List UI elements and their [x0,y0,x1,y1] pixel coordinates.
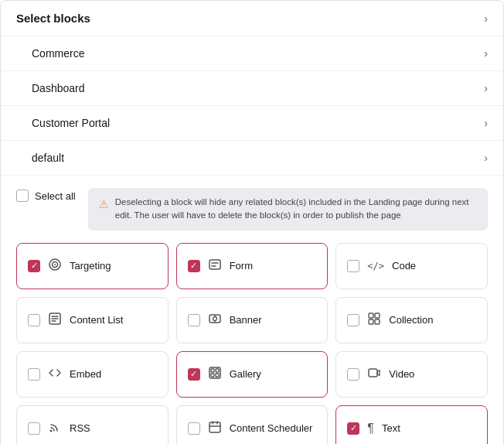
header-chevron-icon: › [484,12,488,25]
nav-item-commerce-label: Commerce [32,47,84,60]
nav-item-customer-portal-label: Customer Portal [32,117,110,129]
block-card-gallery[interactable]: Gallery [176,351,329,398]
block-card-video[interactable]: Video [335,351,488,398]
block-label-gallery: Gallery [230,368,261,380]
block-label-rss: RSS [70,422,90,434]
block-label-banner: Banner [230,314,262,326]
block-checkbox-collection[interactable] [347,314,359,326]
video-icon [367,366,381,383]
nav-item-dashboard-label: Dashboard [32,82,85,94]
block-checkbox-rss[interactable] [28,422,40,435]
form-icon [208,258,222,275]
gallery-icon [208,366,222,383]
block-label-video: Video [389,368,414,380]
content-list-icon [48,312,62,329]
svg-rect-7 [369,313,373,318]
svg-rect-15 [216,374,219,377]
block-card-targeting[interactable]: Targeting [16,243,169,289]
block-label-embed: Embed [70,368,101,380]
nav-chevron-icon: › [484,152,488,164]
select-all-label: Select all [35,190,76,202]
svg-rect-16 [369,369,377,377]
svg-rect-8 [375,313,380,318]
block-label-targeting: Targeting [70,260,111,272]
targeting-icon [48,258,62,275]
panel-header: Select blocks › [1,1,503,36]
block-card-embed[interactable]: Embed [16,351,169,398]
svg-point-2 [54,264,56,265]
panel-title: Select blocks [16,12,90,25]
block-label-form: Form [230,260,253,272]
block-checkbox-content-scheduler[interactable] [188,422,200,435]
content-scheduler-icon [208,420,222,437]
block-card-content-list[interactable]: Content List [16,297,169,343]
select-all-row: Select all [16,188,76,202]
select-blocks-panel: Select blocks › Commerce › Dashboard › C… [0,0,504,444]
block-checkbox-embed[interactable] [28,368,40,381]
svg-rect-13 [216,369,219,372]
svg-rect-3 [209,260,220,269]
block-checkbox-targeting[interactable] [28,260,40,272]
block-card-text[interactable]: ¶ Text [335,405,488,445]
nav-chevron-icon: › [484,117,488,129]
nav-item-commerce[interactable]: Commerce › [1,36,503,71]
block-label-content-list: Content List [70,314,123,326]
svg-rect-10 [375,319,380,324]
nav-chevron-icon: › [484,82,488,94]
nav-item-default[interactable]: default › [1,141,503,176]
block-card-collection[interactable]: Collection [335,297,488,343]
block-checkbox-form[interactable] [188,260,200,272]
block-card-content-scheduler[interactable]: Content Scheduler [176,405,329,445]
text-icon: ¶ [367,422,374,435]
collection-icon [367,312,381,329]
code-icon: </> [367,261,384,272]
block-checkbox-text[interactable] [347,422,359,435]
block-label-content-scheduler: Content Scheduler [230,422,313,434]
banner-icon [208,312,222,329]
select-all-checkbox[interactable] [16,190,29,202]
block-checkbox-gallery[interactable] [188,368,200,381]
block-checkbox-content-list[interactable] [28,314,40,326]
nav-item-customer-portal[interactable]: Customer Portal › [1,106,503,141]
block-card-banner[interactable]: Banner [176,297,329,343]
block-label-collection: Collection [389,314,433,326]
svg-point-6 [213,316,216,320]
block-card-form[interactable]: Form [176,243,329,289]
warning-box: ⚠ Deselecting a block will hide any rela… [88,188,488,231]
warning-text: Deselecting a block will hide any relate… [115,196,477,223]
nav-item-dashboard[interactable]: Dashboard › [1,71,503,106]
rss-icon [48,420,62,437]
nav-chevron-icon: › [484,47,488,60]
block-label-code: Code [392,260,416,272]
svg-rect-9 [369,319,373,324]
svg-rect-18 [209,422,220,432]
block-checkbox-video[interactable] [347,368,359,381]
block-checkbox-code[interactable] [347,260,359,272]
nav-item-default-label: default [32,152,64,164]
embed-icon [48,366,62,383]
block-label-text: Text [382,422,400,434]
blocks-grid: Targeting Form </> Code [16,243,488,445]
warning-icon: ⚠ [99,196,109,213]
block-card-code[interactable]: </> Code [335,243,488,289]
block-checkbox-banner[interactable] [188,314,200,326]
blocks-content-area: Select all ⚠ Deselecting a block will hi… [1,176,503,444]
block-card-rss[interactable]: RSS [16,405,169,445]
svg-rect-14 [211,374,214,377]
svg-rect-12 [211,369,214,372]
svg-point-17 [50,429,53,432]
